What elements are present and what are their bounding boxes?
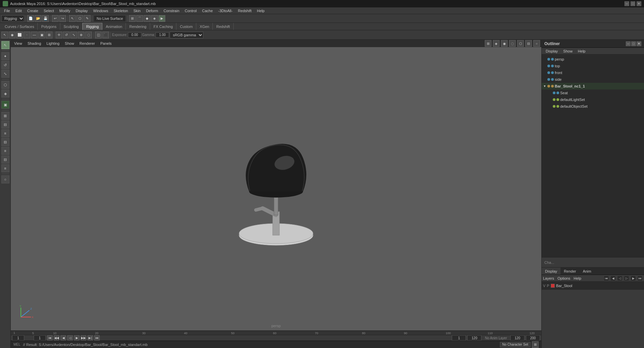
grid-tool-3[interactable]: ≡ <box>1 129 9 137</box>
playback-start-input[interactable] <box>34 335 46 341</box>
snap-to-surface-button[interactable]: ◈ <box>151 15 158 22</box>
mode-tab-curves---surfaces[interactable]: Curves / Surfaces <box>1 23 38 30</box>
paint-tool-button[interactable]: ◈ <box>1 90 9 98</box>
grid-tool-2[interactable]: ⊟ <box>1 120 9 129</box>
status-icon-1[interactable]: ⊞ <box>532 341 539 348</box>
vp-menu-lighting[interactable]: Lighting <box>44 40 62 47</box>
go-start-button[interactable]: ⏮ <box>47 335 53 341</box>
layer-playback-p[interactable]: P <box>547 284 549 288</box>
color-tool-button[interactable]: ▣ <box>1 101 9 109</box>
menu-item-select[interactable]: Select <box>41 7 57 14</box>
anim-tab[interactable]: Anim <box>579 268 595 275</box>
vertex-button[interactable]: · <box>24 32 30 38</box>
vp-menu-panels[interactable]: Panels <box>98 40 114 47</box>
exposure-input[interactable] <box>128 32 141 38</box>
undo-button[interactable]: ↩ <box>52 15 59 22</box>
soft-mod-button[interactable]: ◌ <box>85 32 92 38</box>
gamma-input[interactable] <box>156 32 169 38</box>
max-range-end-input[interactable] <box>526 335 540 341</box>
select-mode-button[interactable]: ↖ <box>69 15 76 22</box>
extra-tool-1[interactable]: ○ <box>1 175 9 183</box>
snap-to-grid-button[interactable]: ⊞ <box>129 15 136 22</box>
menu-item-skeleton[interactable]: Skeleton <box>111 7 131 14</box>
tree-item-default-light-set[interactable]: defaultLightSet <box>542 96 644 103</box>
tree-item-seat[interactable]: Seat <box>542 90 644 96</box>
layer-playback-start[interactable]: ⏮ <box>604 276 609 281</box>
tree-item-bar-stool-group[interactable]: ▼ Bar_Stool_nc1_1 <box>542 83 644 90</box>
vp-menu-show[interactable]: Show <box>63 40 76 47</box>
grid-tool-1[interactable]: ⊞ <box>1 112 9 120</box>
current-frame-input[interactable] <box>12 335 24 341</box>
tree-item-default-object-set[interactable]: defaultObjectSet <box>542 103 644 110</box>
mode-tab-xgen[interactable]: XGen <box>196 23 213 30</box>
component-button[interactable]: ⊞ <box>46 32 53 38</box>
menu-item-dtoall[interactable]: -3DtoAll- <box>215 7 235 14</box>
vp-toolbar-btn-6[interactable]: ⊟ <box>525 40 532 47</box>
mode-tab-custom[interactable]: Custom <box>176 23 196 30</box>
mode-tab-rendering[interactable]: Rendering <box>126 23 150 30</box>
vp-menu-renderer[interactable]: Renderer <box>77 40 97 47</box>
play-forward-button[interactable]: ▶ <box>74 335 79 341</box>
vp-menu-view[interactable]: View <box>12 40 24 47</box>
grid-tool-6[interactable]: ⊟ <box>1 155 9 164</box>
menu-item-display[interactable]: Display <box>73 7 91 14</box>
menu-item-modify[interactable]: Modify <box>57 7 73 14</box>
scale-manipulator-button[interactable]: ⤡ <box>70 32 77 38</box>
outliner-maximize[interactable]: □ <box>631 41 636 46</box>
menu-item-control[interactable]: Control <box>182 7 199 14</box>
new-scene-button[interactable]: 📄 <box>27 15 34 22</box>
layer-row-bar-stool[interactable]: V P Bar_Stool <box>543 282 643 289</box>
no-char-set-button[interactable]: No Character Set <box>500 342 531 347</box>
menu-item-skin[interactable]: Skin <box>131 7 143 14</box>
layer-prev-key[interactable]: ◀ <box>610 276 616 281</box>
menu-item-deform[interactable]: Deform <box>143 7 161 14</box>
mode-tab-polygons[interactable]: Polygons <box>38 23 60 30</box>
layer-prev-frame[interactable]: ◁ <box>617 276 622 281</box>
timeline-track[interactable]: 5 10 20 30 40 50 60 70 80 90 100 110 120 <box>16 331 540 335</box>
soft-select-button[interactable]: ◉ <box>9 32 15 38</box>
rotate-manipulator-button[interactable]: ↺ <box>63 32 70 38</box>
vp-toolbar-btn-1[interactable]: ⊞ <box>485 40 492 47</box>
mode-tab-sculpting[interactable]: Sculpting <box>60 23 82 30</box>
marquee-button[interactable]: ⬜ <box>16 32 23 38</box>
next-key-button[interactable]: ▶| <box>88 335 93 341</box>
render-button[interactable]: ▶ <box>159 15 165 22</box>
grid-tool-5[interactable]: ≡ <box>1 147 9 155</box>
outliner-display-menu[interactable]: Display <box>543 48 561 54</box>
mode-tab-animation[interactable]: Animation <box>102 23 126 30</box>
vp-toolbar-btn-3[interactable]: ◉ <box>501 40 508 47</box>
close-button[interactable]: ✕ <box>637 1 641 6</box>
layer-next-key[interactable]: ▶ <box>631 276 636 281</box>
go-end-button[interactable]: ⏭ <box>94 335 100 341</box>
menu-item-windows[interactable]: Windows <box>91 7 111 14</box>
menu-item-help[interactable]: Help <box>254 7 267 14</box>
mode-tab-fx-caching[interactable]: FX Caching <box>150 23 176 30</box>
play-back-button[interactable]: ◁ <box>67 335 73 341</box>
tree-item-top[interactable]: top <box>542 63 644 69</box>
outliner-help-menu[interactable]: Help <box>575 48 588 54</box>
snap-to-curve-button[interactable]: ⌒ <box>136 15 143 22</box>
gamma-mode-select[interactable]: sRGB gamma <box>170 32 203 38</box>
outliner-show-menu[interactable]: Show <box>561 48 575 54</box>
rotate-tool-button[interactable]: ↺ <box>1 61 9 69</box>
max-range-start-input[interactable] <box>510 335 524 341</box>
prev-key-button[interactable]: ◀◀ <box>54 335 59 341</box>
menu-item-edit[interactable]: Edit <box>13 7 25 14</box>
range-end-input[interactable] <box>467 335 481 341</box>
render-tab[interactable]: Render <box>561 268 579 275</box>
vp-toolbar-btn-4[interactable]: ◌ <box>509 40 516 47</box>
range-start-input[interactable] <box>452 335 466 341</box>
tree-item-side[interactable]: side <box>542 76 644 83</box>
outliner-minimize[interactable]: ─ <box>626 41 631 46</box>
edge-button[interactable]: — <box>31 32 38 38</box>
paint-select-button[interactable]: ✎ <box>84 15 91 22</box>
menu-item-cache[interactable]: Cache <box>199 7 215 14</box>
mode-tab-rigging[interactable]: Rigging <box>82 23 102 30</box>
menu-item-create[interactable]: Create <box>25 7 41 14</box>
lasso-select-button[interactable]: ⬡ <box>76 15 83 22</box>
snap-to-point-button[interactable]: ◆ <box>144 15 150 22</box>
tree-item-persp[interactable]: persp <box>542 56 644 63</box>
maximize-button[interactable]: □ <box>631 1 635 6</box>
layer-playback-end[interactable]: ⏭ <box>637 276 643 281</box>
select-tool-button[interactable]: ↖ <box>1 41 9 49</box>
